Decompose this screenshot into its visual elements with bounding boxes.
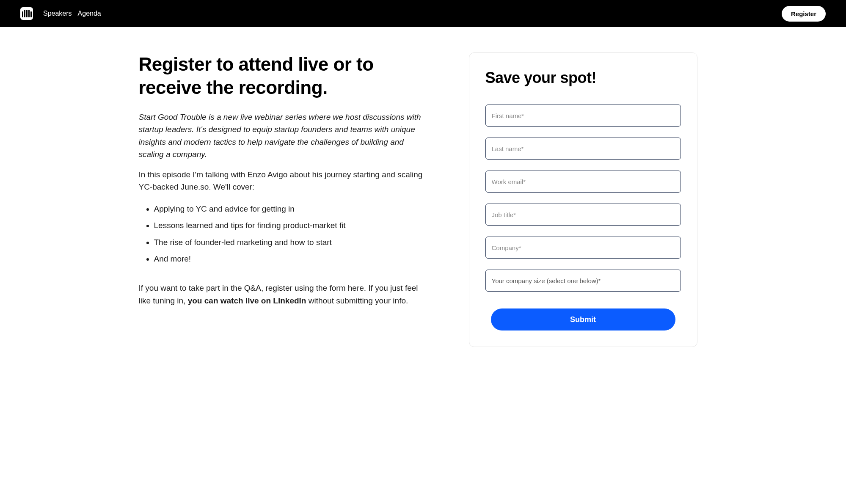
- content-section: Register to attend live or to receive th…: [139, 52, 427, 347]
- main: Register to attend live or to receive th…: [118, 27, 728, 372]
- header-left: Speakers Agenda: [20, 7, 101, 20]
- form-card: Save your spot! Your company size (selec…: [469, 52, 697, 347]
- company-field[interactable]: [485, 237, 681, 259]
- job-title-field[interactable]: [485, 204, 681, 226]
- register-button[interactable]: Register: [782, 6, 826, 22]
- nav-link-speakers[interactable]: Speakers: [43, 10, 72, 17]
- bullet-list: Applying to YC and advice for getting in…: [139, 203, 427, 265]
- nav-link-agenda[interactable]: Agenda: [78, 10, 101, 17]
- linkedin-link[interactable]: you can watch live on LinkedIn: [188, 296, 306, 305]
- list-item: The rise of founder-led marketing and ho…: [154, 236, 427, 248]
- form-fields: Your company size (select one below)* Su…: [485, 105, 681, 330]
- submit-button[interactable]: Submit: [491, 308, 675, 330]
- logo-bars-icon: [22, 10, 32, 17]
- first-name-field[interactable]: [485, 105, 681, 127]
- list-item: Applying to YC and advice for getting in: [154, 203, 427, 215]
- last-name-field[interactable]: [485, 138, 681, 160]
- logo-icon[interactable]: [20, 7, 33, 20]
- work-email-field[interactable]: [485, 171, 681, 193]
- list-item: And more!: [154, 253, 427, 265]
- cta-after: without submitting your info.: [306, 296, 408, 305]
- list-item: Lessons learned and tips for finding pro…: [154, 219, 427, 231]
- cta-text: If you want to take part in the Q&A, reg…: [139, 282, 427, 307]
- form-title: Save your spot!: [485, 69, 681, 87]
- intro-text: Start Good Trouble is a new live webinar…: [139, 111, 427, 161]
- page-title: Register to attend live or to receive th…: [139, 52, 427, 99]
- nav-links: Speakers Agenda: [43, 10, 101, 17]
- top-header: Speakers Agenda Register: [0, 0, 846, 27]
- episode-text: In this episode I'm talking with Enzo Av…: [139, 168, 427, 193]
- company-size-select[interactable]: Your company size (select one below)*: [485, 270, 681, 292]
